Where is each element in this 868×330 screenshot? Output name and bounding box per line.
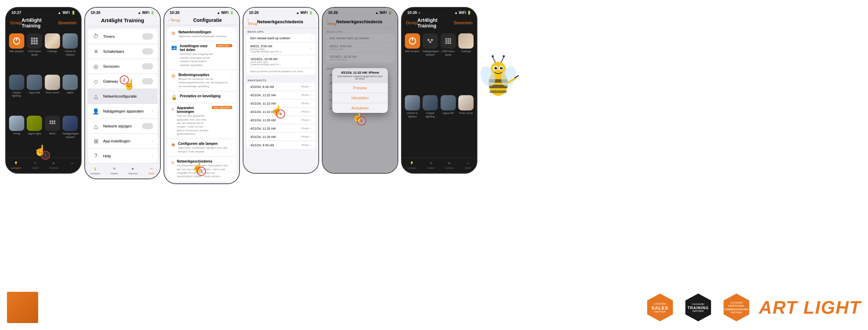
- menu-sensoren[interactable]: ◎ Sensoren: [88, 59, 157, 74]
- grid-icon-ceilings[interactable]: [45, 33, 60, 49]
- timers-toggle[interactable]: [142, 33, 153, 40]
- config-netwerkgeschiedenis[interactable]: ≡ Netwerkgeschiedenis De netwerken behou…: [167, 157, 236, 181]
- p2-nav-meer[interactable]: ••• Meer: [148, 166, 155, 175]
- snap3-source: iPhone: [301, 102, 309, 105]
- phone6-nav-group[interactable]: Groep: [406, 20, 417, 25]
- p6-grid-checkin[interactable]: Check In Sphere: [404, 95, 420, 155]
- snapshot-1[interactable]: 4/22/24, 8:18 AM iPhone ›: [246, 83, 316, 91]
- p6-power-icon[interactable]: [405, 33, 420, 49]
- snapshot-5[interactable]: 4/21/24, 11:20 AM iPhone ›: [246, 116, 316, 124]
- grid-item-signs-right[interactable]: signs right: [27, 116, 43, 155]
- p6-ceilings-icon[interactable]: [458, 33, 474, 49]
- snapshot-3[interactable]: 4/21/24, 11:22 AM iPhone ›: [246, 99, 316, 108]
- p6-checkin-icon[interactable]: [405, 95, 420, 110]
- menu-netwerkconfiguratie[interactable]: △ Netwerkconfiguratie ›: [88, 89, 157, 104]
- grid-icon-checkin[interactable]: [62, 33, 78, 49]
- p6-grid-carpet[interactable]: Carpet lighting: [423, 95, 439, 155]
- p2-nav-galeri[interactable]: ⊞ Galeri: [111, 166, 118, 175]
- config-delen[interactable]: 👥 Instellingen voor het delen Selecteer …: [167, 41, 236, 70]
- phone1-nav-group[interactable]: Groep: [10, 20, 22, 25]
- menu-gateway[interactable]: ◇ Gateway: [88, 74, 157, 89]
- menu-netwerk-wijzigen[interactable]: △ Netwerk wijzigen: [88, 119, 157, 134]
- grid-icon-signs-left[interactable]: [27, 75, 42, 90]
- history-backup-1[interactable]: 9/5/22, 9:50 AM training Sibel Casambi A…: [246, 42, 316, 55]
- grid-icon-trinity[interactable]: [9, 116, 24, 131]
- grid-item-carpet[interactable]: Carpet lighting: [9, 75, 25, 114]
- p6-pure-icon[interactable]: [458, 95, 474, 110]
- phone4-back-btn[interactable]: ‹ Terug: [248, 17, 257, 26]
- menu-nearby-devices[interactable]: 👤 Nabijgelegen apparaten ›: [88, 104, 157, 119]
- grid-icon-tafels[interactable]: [62, 75, 78, 90]
- menu-help[interactable]: ? Help ›: [88, 149, 157, 163]
- p6-signs-icon[interactable]: [441, 95, 456, 110]
- bottom-nav-lampen[interactable]: 💡 Lampen: [11, 160, 21, 170]
- grid-item-checkin[interactable]: Check In Sphere: [62, 33, 78, 73]
- grid-icon-pure[interactable]: [45, 75, 60, 90]
- p6-nav-scenes[interactable]: ▶ Scènes: [445, 160, 454, 170]
- config-prestaties[interactable]: 🔒 Prestaties en beveiliging ›: [167, 91, 236, 103]
- grid-item-trinity[interactable]: Trinity: [9, 116, 25, 155]
- sensoren-toggle[interactable]: [142, 63, 153, 69]
- grid-item-alle-lampen[interactable]: Alle lampen: [9, 33, 25, 73]
- p6-nav-lampen[interactable]: 💡 Lampen: [407, 160, 417, 170]
- grid-item-nearby[interactable]: Nabijgelegen lampen: [62, 116, 78, 155]
- p6-grid-ldm[interactable]: LDM Kyno spots: [440, 33, 456, 93]
- phone3-back-btn[interactable]: ‹ Terug: [168, 18, 180, 22]
- grid-item-ldm[interactable]: LDM Kyno spots: [27, 33, 43, 73]
- p6-ldm-icon[interactable]: [441, 33, 456, 49]
- p6-grid-ceilings[interactable]: Ceilings: [458, 33, 474, 93]
- snap8-date: 4/21/24, 9:29 AM: [250, 143, 300, 147]
- schakelaars-toggle[interactable]: [142, 48, 153, 55]
- config-netwerkinstellingen[interactable]: ⚙ Netwerkinstellingen Algemene netwerkin…: [167, 27, 236, 41]
- config-bedieningsopties[interactable]: ⚙ Bedieningssopties Beheer de hiërarchie…: [167, 70, 236, 91]
- p2-nav-lampen[interactable]: 💡 Lampen: [90, 166, 100, 175]
- grid-icon-nearby[interactable]: [62, 116, 78, 131]
- phone1-nav-title: Art4light Training: [22, 17, 58, 28]
- delen-icon: 👥: [171, 44, 177, 50]
- p6-grid-signs[interactable]: signs left: [440, 95, 456, 155]
- grid-icon-carpet[interactable]: [9, 75, 24, 90]
- grid-item-pure[interactable]: Pure move: [44, 75, 60, 114]
- snapshot-4[interactable]: 4/21/24, 11:22 AM iPhone ›: [246, 108, 316, 116]
- menu-timers[interactable]: ⏱ Timers: [88, 29, 157, 44]
- snapshot-6[interactable]: 4/21/24, 11:20 AM iPhone ›: [246, 124, 316, 133]
- menu-schakelaars[interactable]: ✕ Schakelaars: [88, 44, 157, 59]
- popup-cancel-btn[interactable]: Annuleren: [332, 103, 388, 113]
- gateway-toggle[interactable]: [142, 78, 153, 84]
- snapshot-7[interactable]: 4/21/24, 11:20 AM iPhone ›: [246, 133, 316, 141]
- p2-nav-scenes[interactable]: ▶ Scènes: [128, 166, 138, 175]
- p6-nearby-icon[interactable]: [423, 33, 438, 49]
- config-apparaten[interactable]: + Apparaten toevoegen Tool om niet-gepaa…: [167, 103, 236, 139]
- p6-nav-galeri[interactable]: ⊞ Galeri: [427, 160, 435, 170]
- menu-app-instellingen[interactable]: ⊞ App-instellingen ›: [88, 134, 157, 149]
- bottom-nav-scenes[interactable]: ▶ Scènes: [49, 160, 59, 170]
- snapshot-2[interactable]: 4/21/24, 11:22 AM iPhone ›: [246, 91, 316, 99]
- history-backup-2[interactable]: 10/24/21, 10:28 AM event 2021 start Casa…: [246, 55, 316, 68]
- grid-item-ceilings[interactable]: Ceilings: [44, 33, 60, 73]
- p6-grid-nearby[interactable]: Nabijgelegen lampen: [423, 33, 439, 93]
- bottom-nav-galeri[interactable]: ⊞ Galeri: [32, 160, 39, 170]
- casambi-certified-badge: CASAMBI CERTIFIEDCOMMISSIONING PARTNER: [721, 292, 752, 323]
- p6-nav-meer[interactable]: ••• Meer: [465, 160, 471, 170]
- grid-icon-signs-right[interactable]: [27, 116, 42, 131]
- p6-carpet-icon[interactable]: [423, 95, 438, 110]
- snapshot-8[interactable]: 4/21/24, 9:29 AM iPhone ›: [246, 141, 316, 149]
- grid-icon-ldm[interactable]: [27, 33, 42, 49]
- grid-item-signs-left[interactable]: signs left: [27, 75, 43, 114]
- grid-icon-power[interactable]: [9, 33, 24, 49]
- popup-preview-btn[interactable]: Preview: [332, 83, 388, 93]
- grid-item-mos[interactable]: MOS: [44, 116, 60, 155]
- history-create-backup[interactable]: Een nieuwe back-up creëren ›: [246, 34, 316, 42]
- config-config-lampen[interactable]: ✱ Configureer alle lampen Algemene inste…: [167, 139, 236, 157]
- popup-restore-btn[interactable]: Herstellen: [332, 93, 388, 103]
- grid-item-tafels[interactable]: tafels: [62, 75, 78, 114]
- p6-grid-pure[interactable]: Pure move: [458, 95, 474, 155]
- phone2: 10:26 ▲ WiFi 🔋 Art4light Training ⏱ Time…: [84, 7, 161, 179]
- grid-icon-mos[interactable]: [45, 116, 60, 131]
- p6-grid-alle-lampen[interactable]: Alle lampen: [404, 33, 420, 93]
- bottom-nav-more[interactable]: ••• ...: [69, 160, 76, 170]
- wijzigen-toggle[interactable]: [142, 123, 153, 129]
- p6-ldm-label: LDM Kyno spots: [441, 50, 456, 56]
- phone6-nav-action[interactable]: Bewerken: [454, 20, 473, 25]
- phone1-nav-action[interactable]: Bewerken: [58, 20, 77, 25]
